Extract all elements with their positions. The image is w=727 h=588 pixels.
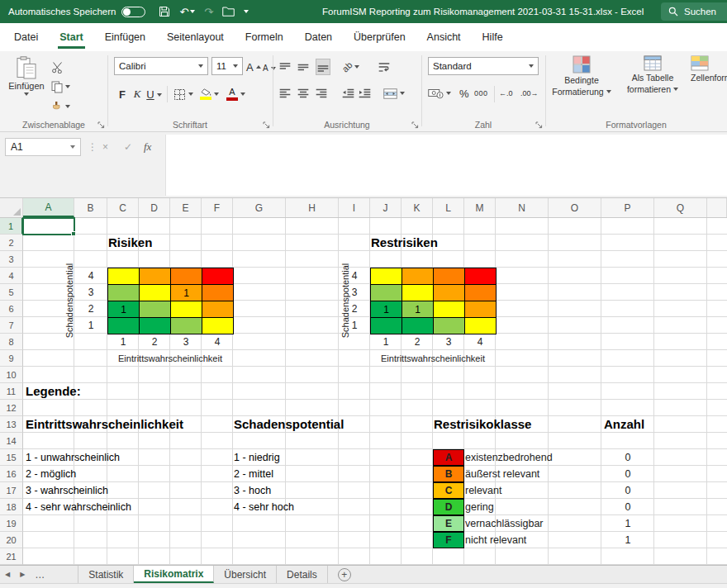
bold-button[interactable]: F (116, 85, 129, 103)
matrix-cell-sp3-ew4[interactable] (202, 285, 234, 301)
underline-button[interactable]: U (144, 85, 157, 103)
row-header-14[interactable]: 14 (0, 433, 23, 449)
row-header-10[interactable]: 10 (0, 367, 23, 383)
column-header-f[interactable]: F (202, 198, 233, 217)
cut-button[interactable] (51, 59, 64, 75)
accounting-format-button[interactable] (428, 85, 451, 102)
increase-font-button[interactable]: A (246, 59, 261, 75)
redo-button[interactable]: ↷ (204, 7, 213, 17)
column-header-c[interactable]: C (107, 198, 139, 217)
row-header-13[interactable]: 13 (0, 416, 23, 433)
sheet-next-button[interactable]: ▶ (15, 566, 30, 583)
column-header-g[interactable]: G (233, 198, 286, 217)
matrix-cell-sp2-ew3[interactable] (434, 301, 465, 318)
font-name-combo[interactable]: Calibri (114, 57, 208, 75)
row-header-8[interactable]: 8 (0, 334, 23, 350)
font-color-button[interactable]: A (226, 86, 245, 102)
sheet-tab-risikomatrix[interactable]: Risikomatrix (134, 566, 214, 583)
italic-button[interactable]: K (131, 85, 144, 103)
matrix-cell-sp2-ew1[interactable]: 1 (371, 301, 402, 318)
insert-function-button[interactable]: fx (144, 138, 151, 156)
decrease-decimal-button[interactable]: .00→ (520, 85, 539, 102)
menu-tab-ansicht[interactable]: Ansicht (416, 23, 472, 51)
matrix-cell-sp1-ew2[interactable] (402, 318, 434, 334)
column-header-j[interactable]: J (370, 198, 402, 217)
number-format-combo[interactable]: Standard (428, 57, 539, 75)
column-header-m[interactable]: M (464, 198, 496, 217)
matrix-cell-sp2-ew2[interactable] (140, 301, 171, 318)
column-header-partial[interactable] (707, 198, 727, 217)
copy-button[interactable] (51, 78, 70, 95)
column-header-l[interactable]: L (433, 198, 464, 217)
matrix-cell-sp1-ew2[interactable] (140, 318, 171, 334)
matrix-cell-sp4-ew3[interactable] (434, 268, 465, 285)
align-center-button[interactable] (297, 85, 309, 102)
align-bottom-button[interactable] (316, 59, 330, 75)
matrix-cell-sp3-ew1[interactable] (371, 285, 402, 301)
matrix-cell-sp4-ew1[interactable] (108, 268, 140, 285)
matrix-cell-sp1-ew3[interactable] (171, 318, 202, 334)
new-sheet-button[interactable]: + (338, 568, 351, 581)
matrix-cell-sp4-ew1[interactable] (371, 268, 402, 285)
column-header-b[interactable]: B (74, 198, 107, 217)
merge-center-button[interactable] (383, 85, 405, 102)
column-header-p[interactable]: P (601, 198, 654, 217)
row-header-16[interactable]: 16 (0, 466, 23, 482)
dialog-launcher-icon[interactable] (262, 121, 270, 129)
align-middle-button[interactable] (297, 59, 309, 75)
row-header-9[interactable]: 9 (0, 350, 23, 367)
comma-style-button[interactable]: 000 (474, 85, 488, 102)
borders-button[interactable] (173, 86, 193, 102)
increase-decimal-button[interactable]: ←.0 (499, 85, 513, 102)
more-sheets-indicator[interactable]: … (30, 566, 50, 583)
fill-handle[interactable] (71, 231, 76, 236)
sheet-tab-statistik[interactable]: Statistik (78, 566, 134, 583)
matrix-cell-sp2-ew2[interactable]: 1 (402, 301, 434, 318)
undo-button[interactable]: ↶ (179, 7, 195, 17)
matrix-cell-sp4-ew4[interactable] (202, 268, 234, 285)
name-box[interactable]: A1 (5, 138, 81, 156)
wrap-text-button[interactable] (378, 59, 390, 75)
row-header-3[interactable]: 3 (0, 251, 23, 268)
decrease-indent-button[interactable] (342, 85, 354, 102)
column-header-a[interactable]: A (23, 198, 74, 217)
matrix-cell-sp3-ew4[interactable] (465, 285, 497, 301)
row-header-17[interactable]: 17 (0, 482, 23, 499)
column-header-k[interactable]: K (402, 198, 433, 217)
sheet-prev-button[interactable]: ◀ (0, 566, 15, 583)
matrix-cell-sp1-ew4[interactable] (465, 318, 497, 334)
increase-indent-button[interactable] (359, 85, 371, 102)
formula-input[interactable] (165, 135, 727, 196)
matrix-cell-sp4-ew4[interactable] (465, 268, 497, 285)
conditional-formatting-button[interactable]: Bedingte Formatierung (549, 55, 615, 120)
column-header-h[interactable]: H (286, 198, 339, 217)
matrix-cell-sp2-ew4[interactable] (465, 301, 497, 318)
matrix-cell-sp2-ew4[interactable] (202, 301, 234, 318)
menu-tab-einfügen[interactable]: Einfügen (94, 23, 156, 51)
row-header-20[interactable]: 20 (0, 532, 23, 548)
search-box[interactable]: Suchen (661, 2, 727, 21)
menu-tab-formeln[interactable]: Formeln (235, 23, 294, 51)
matrix-cell-sp2-ew1[interactable]: 1 (108, 301, 140, 318)
sheet-tab-details[interactable]: Details (277, 566, 328, 583)
menu-tab-überprüfen[interactable]: Überprüfen (343, 23, 416, 51)
format-painter-button[interactable] (51, 98, 70, 115)
menu-tab-hilfe[interactable]: Hilfe (472, 23, 514, 51)
matrix-cell-sp1-ew1[interactable] (108, 318, 140, 334)
row-header-18[interactable]: 18 (0, 499, 23, 515)
matrix-cell-sp4-ew3[interactable] (171, 268, 202, 285)
column-header-q[interactable]: Q (654, 198, 707, 217)
row-header-7[interactable]: 7 (0, 317, 23, 334)
menu-tab-datei[interactable]: Datei (3, 23, 49, 51)
row-header-12[interactable]: 12 (0, 400, 23, 416)
matrix-cell-sp1-ew1[interactable] (371, 318, 402, 334)
cancel-button[interactable]: × (102, 138, 108, 156)
row-header-19[interactable]: 19 (0, 515, 23, 532)
matrix-cell-sp3-ew2[interactable] (140, 285, 171, 301)
percent-style-button[interactable]: % (459, 85, 469, 102)
column-header-e[interactable]: E (170, 198, 202, 217)
matrix-cell-sp4-ew2[interactable] (140, 268, 171, 285)
paste-button[interactable]: Einfügen (7, 55, 46, 116)
matrix-cell-sp1-ew3[interactable] (434, 318, 465, 334)
enter-button[interactable]: ✓ (124, 138, 132, 156)
